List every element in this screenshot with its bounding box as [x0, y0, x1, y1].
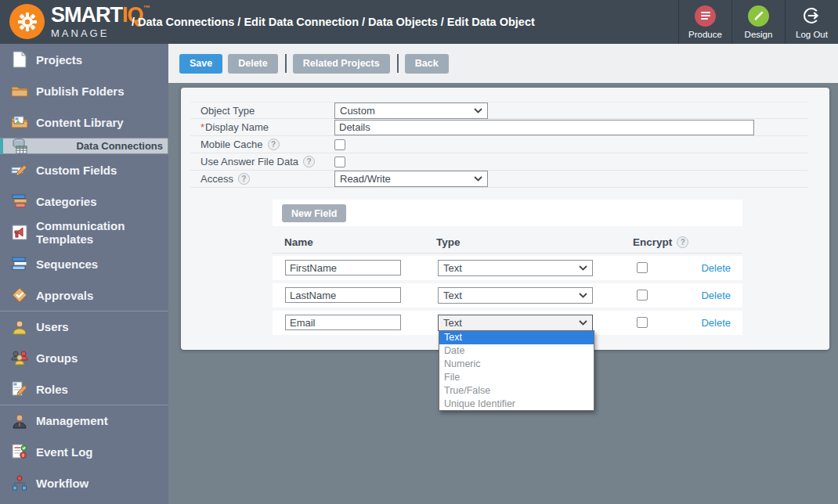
design-label: Design [745, 30, 773, 39]
field-name-input[interactable] [285, 287, 401, 303]
delete-field-link[interactable]: Delete [701, 290, 731, 301]
sidebar-item-approvals[interactable]: Approvals [0, 279, 168, 311]
produce-button[interactable]: Produce [678, 0, 731, 44]
sequences-icon [10, 254, 29, 273]
user-icon [10, 318, 29, 337]
top-header-bar: SMARTIQ™ MANAGE / Data Connections / Edi… [0, 0, 838, 44]
sidebar-item-label: Approvals [36, 289, 93, 302]
sidebar-item-content-library[interactable]: Content Library [0, 106, 168, 138]
sidebar-item-publish-folders[interactable]: Publish Folders [0, 75, 168, 106]
sidebar-item-label: Groups [36, 351, 78, 365]
chevron-down-icon [579, 293, 587, 298]
dropdown-option-date[interactable]: Date [439, 344, 594, 358]
related-projects-button[interactable]: Related Projects [293, 54, 390, 74]
roles-doc-pencil-icon [10, 380, 29, 398]
column-header-name: Name [284, 236, 313, 248]
sidebar-nav: Projects Publish Folders Content Library… [0, 44, 168, 504]
dropdown-option-true-false[interactable]: True/False [439, 384, 594, 398]
object-type-select[interactable]: Custom [334, 103, 488, 119]
field-type-value: Text [443, 290, 462, 301]
database-icon [10, 137, 29, 156]
produce-label: Produce [688, 30, 722, 39]
design-pencil-icon [748, 5, 769, 27]
help-icon[interactable]: ? [303, 156, 315, 167]
sidebar-item-roles[interactable]: Roles [0, 373, 168, 405]
column-header-encrypt: Encrypt? [633, 236, 688, 248]
column-header-type: Type [436, 236, 461, 248]
display-name-row: *Display Name [190, 119, 807, 136]
sidebar-item-custom-fields[interactable]: Custom Fields [0, 154, 168, 185]
save-button[interactable]: Save [179, 54, 222, 74]
field-name-input[interactable] [285, 315, 401, 330]
back-button[interactable]: Back [405, 54, 449, 74]
edit-data-object-panel: Object Type Custom *Display Name Mobile … [181, 88, 829, 350]
dropdown-option-numeric[interactable]: Numeric [439, 358, 594, 371]
field-type-value: Text [443, 317, 462, 329]
access-label: Access? [190, 173, 250, 185]
use-answer-file-data-label: Use Answer File Data? [190, 156, 315, 167]
sidebar-item-label: Custom Fields [36, 164, 117, 177]
sidebar-item-data-connections[interactable]: Data Connections [0, 138, 168, 154]
object-properties-form: Object Type Custom *Display Name Mobile … [190, 102, 807, 188]
sidebar-item-label: Management [36, 414, 108, 427]
sidebar-item-communication-templates[interactable]: Communication Templates [0, 217, 168, 248]
brand-name: SMART [51, 3, 122, 27]
delete-field-link[interactable]: Delete [701, 262, 731, 274]
delete-field-link[interactable]: Delete [701, 317, 731, 329]
access-select[interactable]: Read/Write [334, 171, 488, 187]
field-type-select[interactable]: Text [438, 287, 593, 304]
media-folder-icon [10, 113, 29, 131]
field-name-input[interactable] [285, 260, 401, 275]
dropdown-option-text[interactable]: Text [439, 331, 594, 344]
chevron-down-icon [579, 265, 587, 271]
mobile-cache-checkbox[interactable] [334, 139, 345, 150]
pencil-field-icon [10, 160, 29, 179]
field-type-select-open[interactable]: Text [438, 315, 593, 331]
sidebar-item-label: Projects [36, 53, 82, 67]
approval-check-icon [10, 286, 29, 304]
sidebar-item-label: Data Connections [76, 140, 163, 152]
sidebar-item-workflow[interactable]: Workflow [0, 467, 168, 499]
use-answer-file-data-checkbox[interactable] [334, 157, 345, 167]
sidebar-item-management[interactable]: Management [0, 405, 168, 436]
toolbar-divider [397, 54, 399, 73]
delete-button[interactable]: Delete [228, 54, 278, 74]
object-type-value: Custom [340, 105, 375, 117]
folder-icon [10, 81, 29, 100]
help-icon[interactable]: ? [238, 173, 250, 185]
field-type-select[interactable]: Text [438, 260, 593, 276]
encrypt-checkbox[interactable] [637, 317, 648, 328]
breadcrumb[interactable]: / Data Connections / Edit Data Connectio… [132, 0, 535, 44]
new-field-band: New Field [273, 200, 742, 226]
field-row-firstname: Text Delete [273, 256, 742, 280]
categories-icon [10, 192, 29, 211]
sidebar-item-users[interactable]: Users [0, 311, 168, 342]
sidebar-item-label: Roles [36, 383, 68, 396]
gear-logo-icon [9, 4, 45, 39]
dropdown-option-file[interactable]: File [439, 371, 594, 384]
new-field-button[interactable]: New Field [282, 204, 346, 222]
app-window: SMARTIQ™ MANAGE / Data Connections / Edi… [0, 0, 838, 504]
sidebar-item-label: Users [36, 320, 69, 333]
sidebar-item-categories[interactable]: Categories [0, 185, 168, 217]
event-log-icon: ! [10, 442, 29, 461]
dropdown-option-unique-identifier[interactable]: Unique Identifier [439, 398, 594, 411]
sidebar-item-label: Sequences [36, 257, 98, 271]
encrypt-checkbox[interactable] [637, 290, 648, 301]
sidebar-item-projects[interactable]: Projects [0, 44, 168, 75]
access-row: Access? Read/Write [190, 171, 807, 188]
help-icon[interactable]: ? [677, 236, 688, 248]
sidebar-item-label: Event Log [36, 445, 93, 459]
design-button[interactable]: Design [731, 0, 785, 44]
sidebar-item-event-log[interactable]: ! Event Log [0, 436, 168, 467]
display-name-label: *Display Name [190, 121, 269, 133]
field-type-value: Text [443, 262, 462, 274]
object-type-row: Object Type Custom [190, 102, 807, 119]
logout-button[interactable]: Log Out [785, 0, 838, 44]
encrypt-checkbox[interactable] [637, 262, 648, 273]
sidebar-item-groups[interactable]: Groups [0, 342, 168, 373]
mobile-cache-row: Mobile Cache? [190, 136, 807, 153]
sidebar-item-sequences[interactable]: Sequences [0, 248, 168, 279]
help-icon[interactable]: ? [268, 139, 280, 150]
display-name-input[interactable] [334, 120, 754, 135]
